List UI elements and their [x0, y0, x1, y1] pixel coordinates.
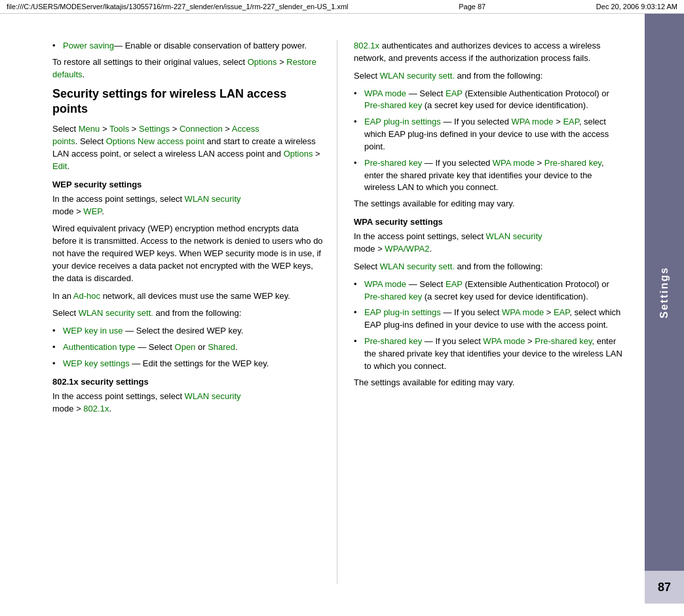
wep-select-after: and from the following:	[153, 308, 241, 318]
wep-p1-mode: mode	[52, 206, 74, 216]
auth-type-link[interactable]: Authentication type	[63, 342, 136, 352]
right-wpa-mode-link3[interactable]: WPA mode	[493, 158, 535, 168]
wpa-b1-text: — Select	[406, 279, 446, 289]
8021x-right-link[interactable]: 802.1x	[354, 41, 379, 50]
menu-link[interactable]: Menu	[79, 124, 100, 134]
8021x-link[interactable]: 802.1x	[83, 404, 109, 414]
wlan-sec-link1[interactable]: WLAN security	[185, 194, 241, 204]
new-ap-link[interactable]: New access point	[138, 136, 204, 146]
wlan-sec-link2[interactable]: WLAN security	[185, 391, 241, 401]
points-link[interactable]: points	[52, 136, 75, 146]
right-wlan-sec-link3[interactable]: WLAN security	[486, 231, 542, 241]
wpa-eap-link2[interactable]: EAP	[554, 307, 569, 317]
right-eap-link2[interactable]: EAP	[563, 117, 579, 126]
wep-para1: In the access point settings, select WLA…	[52, 193, 324, 218]
adhoc-link[interactable]: Ad-hoc	[73, 291, 100, 301]
options2-link[interactable]: Options	[284, 149, 313, 159]
power-saving-text: — Enable or disable conservation of batt…	[114, 41, 307, 50]
power-saving-bullet: • Power saving— Enable or disable conser…	[52, 40, 324, 52]
bullet-dot: •	[52, 325, 59, 337]
wep-bullet1: • WEP key in use — Select the desired WE…	[52, 325, 324, 337]
wep-bullet2: • Authentication type — Select Open or S…	[52, 341, 324, 354]
wpa-eap-plugin-link[interactable]: EAP plug-in settings	[364, 307, 441, 317]
wep-para3: In an Ad-hoc network, all devices must u…	[52, 290, 324, 303]
right-preshared-link2[interactable]: Pre-shared key	[364, 158, 422, 168]
wpa-preshared-link3[interactable]: Pre-shared key	[535, 336, 592, 346]
wep-b2-content: Authentication type — Select Open or Sha…	[63, 341, 324, 354]
left-column: • Power saving— Enable or disable conser…	[52, 40, 337, 584]
wep-link[interactable]: WEP	[83, 206, 102, 216]
wep-b3-content: WEP key settings — Edit the settings for…	[63, 358, 324, 370]
wep-p1-gt: >	[74, 206, 84, 216]
right-b2-content: EAP plug-in settings — If you selected W…	[364, 116, 625, 153]
wpa-select-text: Select	[354, 261, 380, 271]
select-text2: . Select	[75, 136, 106, 146]
wpa-b1-text2: (Extensible Authentication Protocol) or	[463, 279, 609, 289]
right-wpa-mode-link1[interactable]: WPA mode	[364, 88, 406, 98]
wep-p3-before: In an	[52, 291, 73, 301]
right-bullet1: • WPA mode — Select EAP (Extensible Auth…	[354, 88, 625, 113]
connection-link[interactable]: Connection	[180, 124, 223, 134]
right-eap-plugin-link[interactable]: EAP plug-in settings	[364, 117, 441, 126]
wpa-wpa-mode-link2[interactable]: WPA mode	[483, 336, 525, 346]
right-preshared-link1[interactable]: Pre-shared key	[364, 100, 422, 110]
wep-key-in-use-link[interactable]: WEP key in use	[63, 326, 123, 336]
wpa-para: In the access point settings, select WLA…	[354, 231, 625, 256]
settings-link[interactable]: Settings	[139, 124, 170, 134]
restore-text: To restore all settings to their origina…	[52, 57, 245, 67]
right-bullet2: • EAP plug-in settings — If you selected…	[354, 116, 625, 153]
right-b1-text2: (Extensible Authentication Protocol) or	[463, 88, 609, 98]
wpa-eap-link1[interactable]: EAP	[446, 279, 463, 289]
options-link-restore[interactable]: Options	[248, 57, 277, 67]
wpa-mode-link[interactable]: WPA mode	[364, 279, 406, 289]
right-preshared-link3[interactable]: Pre-shared key	[544, 158, 601, 168]
tools-link[interactable]: Tools	[109, 124, 129, 134]
open-link[interactable]: Open	[175, 342, 196, 352]
right-select-para: Select WLAN security sett. and from the …	[354, 70, 625, 83]
wpa-select-para: Select WLAN security sett. and from the …	[354, 261, 625, 273]
bullet-dot: •	[52, 40, 59, 52]
right-b1-text3: (a secret key used for device identifica…	[422, 100, 588, 110]
sidebar: Settings 87	[645, 14, 684, 604]
restore-gt: >	[277, 57, 287, 67]
right-b3-content: Pre-shared key — If you selected WPA mod…	[364, 157, 625, 195]
date: Dec 20, 2006 9:03:12 AM	[596, 3, 677, 10]
right-intro-para: 802.1x authenticates and authorizes devi…	[354, 40, 625, 65]
access-link[interactable]: Access	[232, 124, 259, 134]
wep-select-para: Select WLAN security sett. and from the …	[52, 307, 324, 320]
wpa-heading: WPA security settings	[354, 217, 625, 227]
power-saving-link[interactable]: Power saving	[63, 41, 114, 50]
options-link-new[interactable]: Options	[106, 136, 136, 146]
wep-b2-text: — Select	[136, 342, 175, 352]
8021x-para: In the access point settings, select WLA…	[52, 391, 324, 415]
right-wlan-sett-link[interactable]: WLAN security sett.	[380, 71, 455, 81]
gt2: >	[129, 124, 139, 134]
wep-b3-text: — Edit the settings for the WEP key.	[130, 358, 269, 368]
wpa-link[interactable]: WPA/WPA2	[385, 244, 429, 254]
edit-link[interactable]: Edit	[52, 161, 67, 171]
wpa-preshared-link2[interactable]: Pre-shared key	[364, 336, 422, 346]
8021x-heading: 802.1x security settings	[52, 377, 324, 387]
wep-p1-end: .	[102, 206, 104, 216]
top-bar: file:///C:/USERS/MODEServer/lkatajis/130…	[0, 0, 684, 14]
restore-end: .	[83, 69, 85, 79]
wpa-b1-content: WPA mode — Select EAP (Extensible Authen…	[364, 279, 625, 303]
wlan-sec-sett-link[interactable]: WLAN security sett.	[79, 308, 153, 318]
8021x-p1: In the access point settings, select	[52, 391, 185, 401]
wpa-wpa-mode-link1[interactable]: WPA mode	[502, 307, 544, 317]
gt3: >	[170, 124, 180, 134]
right-eap-link1[interactable]: EAP	[446, 88, 463, 98]
select-text4: .	[67, 161, 69, 171]
wpa-b2-gt: >	[544, 307, 554, 317]
select-text1: Select	[52, 124, 79, 134]
wep-key-settings-link[interactable]: WEP key settings	[63, 358, 130, 368]
right-b2-text: — If you selected	[441, 117, 512, 126]
shared-link[interactable]: Shared	[208, 342, 235, 352]
settings-vary-para: The settings available for editing may v…	[354, 198, 625, 210]
bullet-dot: •	[52, 341, 59, 354]
menu-select-para: Select Menu > Tools > Settings > Connect…	[52, 123, 324, 172]
wpa-preshared-link1[interactable]: Pre-shared key	[364, 292, 422, 301]
bullet-dot: •	[354, 279, 360, 303]
right-wpa-mode-link2[interactable]: WPA mode	[512, 117, 554, 126]
wlan-sett-link2[interactable]: WLAN security sett.	[380, 261, 455, 271]
